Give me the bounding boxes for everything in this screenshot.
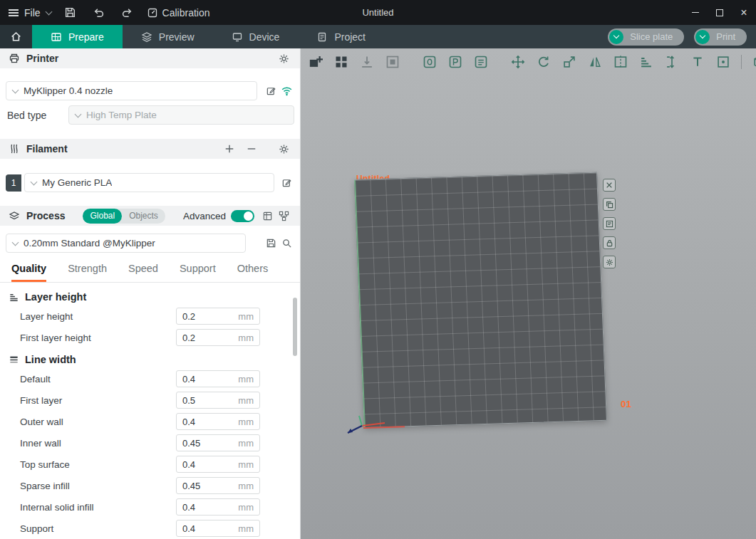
plate-settings-icon[interactable] [603,256,616,268]
param-row-first-layer: First layer mm [0,389,300,411]
maximize-button[interactable] [708,0,732,25]
scope-objects-button[interactable]: Objects [122,211,165,221]
unit-label: mm [238,374,254,384]
process-preset-select[interactable]: 0.20mm Standard @MyKlipper [6,234,246,253]
unit-label: mm [238,395,254,406]
save-preset-button[interactable] [263,236,279,251]
tab-strength[interactable]: Strength [68,263,107,282]
variable-layer-height-icon[interactable] [637,53,656,71]
tab-device[interactable]: Device [213,25,299,48]
edit-printer-button[interactable] [263,83,279,99]
calibration-button[interactable]: Calibration [147,7,210,19]
outer-wall-line-width-input[interactable] [182,417,238,427]
first-layer-line-width-input[interactable] [182,395,238,406]
top-surface-line-width-input[interactable] [182,459,238,470]
tab-project[interactable]: Project [298,25,384,48]
minus-icon [247,144,257,154]
save-button[interactable] [61,4,80,22]
tab-quality[interactable]: Quality [11,263,46,282]
printer-settings-button[interactable] [276,51,291,66]
wifi-icon [281,85,293,97]
filament-settings-button[interactable] [276,141,291,157]
search-settings-button[interactable] [279,236,294,251]
support-line-width-input[interactable] [182,523,238,534]
advanced-toggle[interactable] [231,210,254,222]
filament-index-badge[interactable]: 1 [6,174,21,192]
scale-tool-icon[interactable] [560,53,579,71]
assembly-cube-icon[interactable] [750,53,756,71]
layer-height-input[interactable] [182,311,238,322]
arrange-all-icon[interactable] [332,53,351,71]
text-tool-icon[interactable] [688,53,707,71]
search-icon [281,238,292,248]
param-label: Internal solid infill [20,502,176,513]
add-plate-icon[interactable] [306,53,325,71]
process-scope-toggle: Global Objects [83,209,165,224]
line-width-category: Line width [0,348,300,368]
home-button[interactable] [0,25,32,48]
internal-solid-infill-line-width-input[interactable] [182,502,238,513]
unit-label: mm [238,438,254,449]
cut-tool-icon[interactable] [611,53,630,71]
plus-icon [224,144,234,154]
inner-wall-line-width-input[interactable] [182,438,238,449]
printer-preset-select[interactable]: MyKlipper 0.4 nozzle [6,81,257,100]
calibration-label: Calibration [162,7,210,19]
add-filament-button[interactable] [222,141,237,157]
paint-tool-icon[interactable] [446,53,465,71]
printer-icon [9,53,20,64]
seam-tool-icon[interactable] [714,53,732,71]
printer-connection-button[interactable] [279,83,294,99]
bed-type-select[interactable]: High Temp Plate [68,105,294,125]
sparse-infill-line-width-input[interactable] [182,481,238,491]
scope-global-button[interactable]: Global [83,209,122,224]
minimize-button[interactable] [683,0,708,25]
sidebar-scrollbar[interactable] [293,298,297,356]
undo-button[interactable] [90,4,108,22]
printer-preset-value: MyKlipper 0.4 nozzle [24,85,113,96]
build-plate[interactable] [354,172,607,428]
redo-button[interactable] [118,4,137,22]
assembly-view-icon[interactable] [420,53,439,71]
print-options-dropdown[interactable] [695,30,710,44]
edit-icon [281,177,292,188]
param-label: First layer [20,395,176,406]
close-button[interactable]: × [732,0,756,25]
parameter-table-button[interactable] [259,208,275,224]
param-row-top-surface: Top surface mm [0,454,300,475]
tab-project-label: Project [334,31,366,43]
tab-support[interactable]: Support [180,263,216,282]
auto-orient-icon[interactable] [358,53,376,71]
viewport-canvas[interactable]: Untitled 01 [301,48,756,539]
slice-plate-button[interactable]: Slice plate [608,28,684,46]
chevron-down-icon [613,33,619,38]
tab-speed[interactable]: Speed [128,263,158,282]
rotate-tool-icon[interactable] [534,53,553,71]
first-layer-height-input[interactable] [182,333,238,343]
coordinate-axes [342,413,392,436]
filament-preset-select[interactable]: My Generic PLA [24,173,274,192]
remove-filament-button[interactable] [244,141,259,157]
object-structure-button[interactable] [276,208,291,224]
file-menu[interactable]: File [9,7,51,19]
tab-others[interactable]: Others [237,263,269,282]
edit-filament-button[interactable] [279,175,294,191]
print-button[interactable]: Print [694,28,747,46]
lock-plate-icon[interactable] [603,236,616,249]
tree-icon [279,211,289,221]
prepare-icon [51,31,62,43]
clone-plate-icon[interactable] [603,198,616,211]
fill-bed-icon[interactable] [383,53,402,71]
toolbar-separator [741,55,742,69]
slice-options-dropdown[interactable] [609,30,623,44]
move-tool-icon[interactable] [509,53,527,71]
delete-plate-icon[interactable] [603,179,616,192]
default-line-width-input[interactable] [182,374,238,384]
plate-name-edit-icon[interactable] [603,217,616,230]
height-range-icon[interactable] [663,53,681,71]
object-list-icon[interactable] [472,53,490,71]
tab-prepare[interactable]: Prepare [32,25,123,48]
tab-preview[interactable]: Preview [123,25,213,48]
mirror-tool-icon[interactable] [586,53,604,71]
unit-label: mm [238,502,254,513]
